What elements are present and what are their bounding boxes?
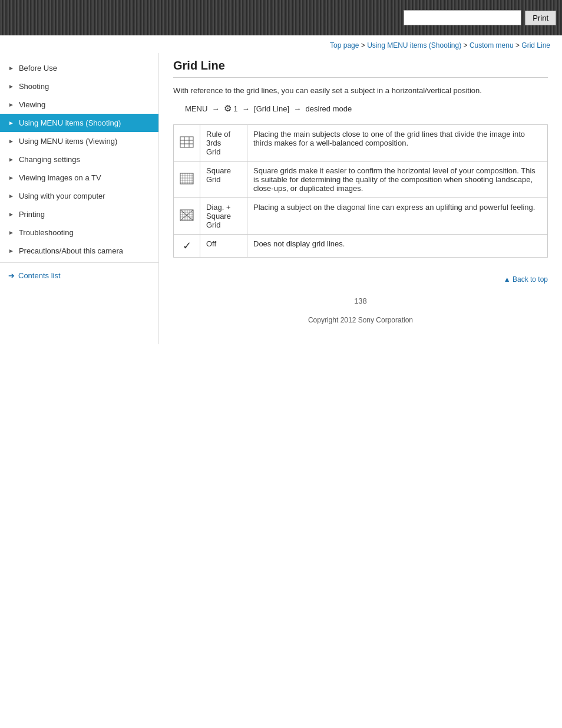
svg-rect-0 [180,137,193,147]
sidebar-item-label: Using MENU items (Shooting) [19,118,121,127]
breadcrumb-using-menu-shooting[interactable]: Using MENU items (Shooting) [367,41,461,50]
sidebar-divider [0,262,158,263]
search-input[interactable] [404,10,521,25]
sidebar-item-troubleshooting[interactable]: ► Troubleshooting [0,223,158,242]
footer: Copyright 2012 Sony Corporation [173,310,548,330]
print-button[interactable]: Print [525,11,556,25]
sidebar-item-label: Printing [19,210,45,219]
sidebar-item-label: Changing settings [19,155,80,164]
sidebar-item-label: Using MENU items (Viewing) [19,137,117,146]
square-grid-name: SquareGrid [200,162,247,198]
page-number: 138 [173,287,548,310]
svg-rect-5 [180,173,193,184]
square-grid-icon-cell [174,162,200,198]
contents-list-link[interactable]: ➔ Contents list [0,265,158,286]
grid-line-table: Rule of3rdsGrid Placing the main subject… [173,124,548,258]
arrow-icon: ► [8,174,14,181]
sidebar-item-before-use[interactable]: ► Before Use [0,59,158,77]
arrow-right-icon: ➔ [8,271,15,280]
breadcrumb-top-page[interactable]: Top page [330,41,359,50]
menu-path: MENU → ⚙ 1 → [Grid Line] → desired mode [173,103,548,114]
sidebar-item-viewing[interactable]: ► Viewing [0,95,158,114]
sidebar-item-using-computer[interactable]: ► Using with your computer [0,187,158,205]
rule-thirds-icon [180,136,194,148]
breadcrumb-custom-menu[interactable]: Custom menu [470,41,514,50]
main-container: ► Before Use ► Shooting ► Viewing ► Usin… [0,53,562,344]
arrow-icon: ► [8,83,14,90]
off-icon-cell: ✓ [174,235,200,258]
back-to-top-link[interactable]: Back to top [513,275,548,284]
arrow-icon: ► [8,120,14,126]
diag-square-desc: Placing a subject on the diagonal line c… [247,198,548,235]
breadcrumb: Top page > Using MENU items (Shooting) >… [0,35,562,53]
sidebar-item-shooting[interactable]: ► Shooting [0,77,158,95]
sidebar-item-viewing-tv[interactable]: ► Viewing images on a TV [0,169,158,187]
table-row: SquareGrid Square grids make it easier t… [174,162,548,198]
sidebar-item-label: Viewing [19,100,45,109]
arrow-icon: ► [8,156,14,163]
off-desc: Does not display grid lines. [247,235,548,258]
sidebar-item-label: Shooting [19,82,49,91]
sidebar-item-label: Before Use [19,64,57,73]
table-row: Rule of3rdsGrid Placing the main subject… [174,125,548,162]
arrow-icon: ► [8,229,14,236]
rule-thirds-icon-cell [174,125,200,162]
title-divider [173,77,548,78]
description-text: With reference to the grid lines, you ca… [173,86,548,95]
sidebar-item-using-menu-shooting[interactable]: ► Using MENU items (Shooting) [0,114,158,132]
diag-square-icon-cell [174,198,200,235]
sidebar: ► Before Use ► Shooting ► Viewing ► Usin… [0,53,159,344]
square-grid-desc: Square grids make it easier to confirm t… [247,162,548,198]
arrow-icon: ► [8,211,14,218]
content-area: Grid Line With reference to the grid lin… [159,53,562,344]
sidebar-item-precautions[interactable]: ► Precautions/About this camera [0,242,158,260]
off-name: Off [200,235,247,258]
arrow-icon: ► [8,65,14,71]
sidebar-item-printing[interactable]: ► Printing [0,205,158,223]
sidebar-item-changing-settings[interactable]: ► Changing settings [0,150,158,169]
rule-thirds-name: Rule of3rdsGrid [200,125,247,162]
table-row: ✓ Off Does not display grid lines. [174,235,548,258]
table-row: Diag. +SquareGrid Placing a subject on t… [174,198,548,235]
header: Print [0,0,562,35]
sidebar-item-label: Precautions/About this camera [19,246,123,255]
diag-square-icon [180,209,194,221]
arrow-icon: ► [8,248,14,254]
arrow-icon: ► [8,101,14,108]
checkmark-icon: ✓ [183,240,191,252]
triangle-icon: ▲ [504,275,511,284]
back-to-top: ▲ Back to top [173,269,548,287]
sidebar-item-using-menu-viewing[interactable]: ► Using MENU items (Viewing) [0,132,158,150]
square-grid-icon [180,173,194,185]
diag-square-name: Diag. +SquareGrid [200,198,247,235]
sidebar-item-label: Troubleshooting [19,228,74,237]
contents-list-label: Contents list [18,271,61,280]
arrow-icon: ► [8,138,14,144]
rule-thirds-desc: Placing the main subjects close to one o… [247,125,548,162]
breadcrumb-grid-line[interactable]: Grid Line [521,41,550,50]
sidebar-item-label: Viewing images on a TV [19,173,101,182]
arrow-icon: ► [8,193,14,199]
page-title: Grid Line [173,59,548,73]
sidebar-item-label: Using with your computer [19,192,105,200]
